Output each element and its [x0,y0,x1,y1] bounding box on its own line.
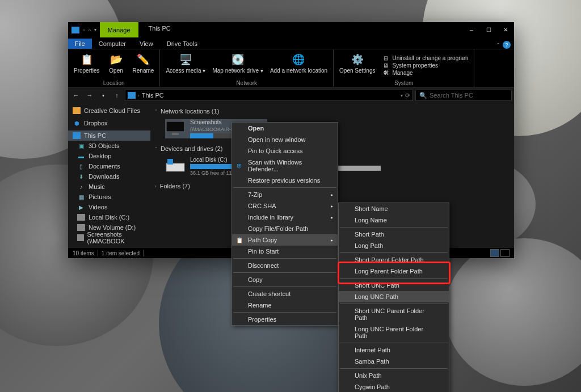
maximize-button[interactable]: ☐ [480,22,497,37]
ctx-7zip[interactable]: 7-Zip▸ [232,189,338,200]
sub-short-unc-parent[interactable]: Short UNC Parent Folder Path [339,305,449,323]
sub-long-name[interactable]: Long Name [339,214,449,226]
sidebar-item-local-disk[interactable]: Local Disk (C:) [68,212,150,222]
recent-dropdown[interactable]: ▾ [98,90,109,101]
minimize-button[interactable]: – [463,22,480,37]
sub-short-name[interactable]: Short Name [339,203,449,214]
back-button[interactable]: ← [70,90,82,101]
ctx-path-copy[interactable]: 📋Path Copy▸ [232,234,338,246]
ctx-include-library[interactable]: Include in library▸ [232,212,338,223]
ctx-restore-previous[interactable]: Restore previous versions [232,175,338,186]
sidebar-item-dropbox[interactable]: ⬢Dropbox [68,118,150,128]
sub-long-unc[interactable]: Long UNC Path [339,291,449,302]
sub-long-parent[interactable]: Long Parent Folder Path [339,265,449,277]
sidebar-item-3d[interactable]: ▣3D Objects [68,141,150,151]
ctx-pin-start[interactable]: Pin to Start [232,246,338,257]
ctx-disconnect[interactable]: Disconnect [232,260,338,271]
rename-button[interactable]: ✏️ Rename [130,52,157,79]
sub-cygwin-path[interactable]: Cygwin Path [339,381,449,392]
drive-icon [77,224,85,231]
ctx-scan-defender[interactable]: ⛨Scan with Windows Defender... [232,157,338,175]
address-bar[interactable]: › This PC ▾ ⟳ [125,90,413,101]
sidebar-item-screenshots[interactable]: Screenshots (\\MACBOOK [68,233,150,243]
sidebar-item-downloads[interactable]: ⬇Downloads [68,171,150,182]
up-button[interactable]: ↑ [111,90,123,101]
tab-view[interactable]: View [133,39,160,49]
access-media-button[interactable]: 🖥️ Access media ▾ [163,52,208,79]
titlebar[interactable]: ▫ ▫ ▾ Manage This PC – ☐ ✕ [68,22,514,37]
sub-short-parent[interactable]: Short Parent Folder Path [339,254,449,265]
ribbon-group-system: ⚙️ Open Settings ⊟Uninstall or change a … [334,49,474,87]
uninstall-button[interactable]: ⊟Uninstall or change a program [382,55,468,61]
submenu-arrow-icon: ▸ [331,192,333,197]
drive-icon: 💽 [231,53,245,66]
sidebar-item-this-pc[interactable]: This PC [68,130,150,141]
sub-long-path[interactable]: Long Path [339,240,449,251]
collapse-ribbon-icon[interactable]: ⌃ [496,42,500,48]
sidebar-item-music[interactable]: ♪Music [68,182,150,192]
forward-button[interactable]: → [84,90,95,101]
quick-access-toolbar: ▫ ▫ ▾ [68,22,100,37]
section-network-locations[interactable]: ˅ Network locations (1) [155,106,510,117]
ribbon-group-location: 📋 Properties 📂 Open ✏️ Rename Location [68,49,160,87]
sidebar-item-ccf[interactable]: Creative Cloud Files [68,106,150,116]
manage-icon: 🛠 [382,70,390,76]
dropdown-icon[interactable]: ▾ [94,27,96,32]
properties-button[interactable]: 📋 Properties [71,52,102,79]
ctx-rename[interactable]: Rename [232,300,338,311]
sub-short-unc[interactable]: Short UNC Path [339,280,449,291]
ctx-create-shortcut[interactable]: Create shortcut [232,288,338,300]
ctx-copy-path[interactable]: Copy File/Folder Path [232,223,338,234]
ctx-open-new-window[interactable]: Open in new window [232,134,338,145]
folder-icon[interactable]: ▫ [89,27,91,33]
refresh-icon[interactable]: ⟳ [405,92,410,99]
submenu-arrow-icon: ▸ [331,204,333,209]
add-location-button[interactable]: 🌐 Add a network location [268,52,330,79]
sub-long-unc-parent[interactable]: Long UNC Parent Folder Path [339,323,449,342]
sub-internet-path[interactable]: Internet Path [339,344,449,356]
help-icon[interactable]: ? [503,41,511,49]
copy-icon: 📋 [235,237,243,243]
open-settings-button[interactable]: ⚙️ Open Settings [337,52,377,79]
drive-icon [77,234,84,241]
ctx-crc-sha[interactable]: CRC SHA▸ [232,200,338,212]
file-icon[interactable]: ▫ [83,27,85,33]
system-properties-button[interactable]: 🖥System properties [382,62,468,69]
details-view-button[interactable] [490,249,499,257]
sidebar-item-network[interactable]: ⬢Network [68,245,150,248]
map-drive-button[interactable]: 💽 Map network drive ▾ [210,52,265,79]
ctx-copy[interactable]: Copy [232,274,338,285]
sub-unix-path[interactable]: Unix Path [339,370,449,381]
sidebar-item-documents[interactable]: ▯Documents [68,161,150,171]
rename-icon: ✏️ [136,53,150,66]
navigation-pane[interactable]: Creative Cloud Files ⬢Dropbox This PC ▣3… [68,103,150,248]
tab-computer[interactable]: Computer [92,39,133,49]
tiles-view-button[interactable] [500,249,510,257]
open-folder-icon: 📂 [110,53,123,66]
search-input[interactable]: 🔍 Search This PC [415,90,512,101]
videos-icon: ▶ [77,204,85,210]
local-drive-icon [165,157,186,175]
chevron-down-icon: ˅ [155,109,157,114]
tab-file[interactable]: File [68,39,92,49]
manage-button[interactable]: 🛠Manage [382,70,468,76]
tab-drive-tools[interactable]: Drive Tools [160,39,204,49]
dropdown-icon[interactable]: ▾ [401,93,403,98]
ctx-open[interactable]: Open [232,123,338,134]
sidebar-item-pictures[interactable]: ▦Pictures [68,192,150,202]
ribbon-tabs: File Computer View Drive Tools ⌃ ? [68,37,514,49]
pc-icon [73,132,81,139]
open-button[interactable]: 📂 Open [104,52,128,79]
close-button[interactable]: ✕ [497,22,514,37]
downloads-icon: ⬇ [77,173,85,180]
ctx-properties[interactable]: Properties [232,314,338,325]
media-icon: 🖥️ [179,53,192,66]
network-drive-icon [165,119,186,137]
contextual-tab-manage[interactable]: Manage [100,22,138,37]
sidebar-item-desktop[interactable]: ▬Desktop [68,151,150,161]
sub-short-path[interactable]: Short Path [339,229,449,240]
ctx-pin-quick-access[interactable]: Pin to Quick access [232,145,338,157]
context-submenu-path-copy: Short Name Long Name Short Path Long Pat… [338,203,449,392]
sidebar-item-videos[interactable]: ▶Videos [68,202,150,212]
sub-samba-path[interactable]: Samba Path [339,356,449,367]
